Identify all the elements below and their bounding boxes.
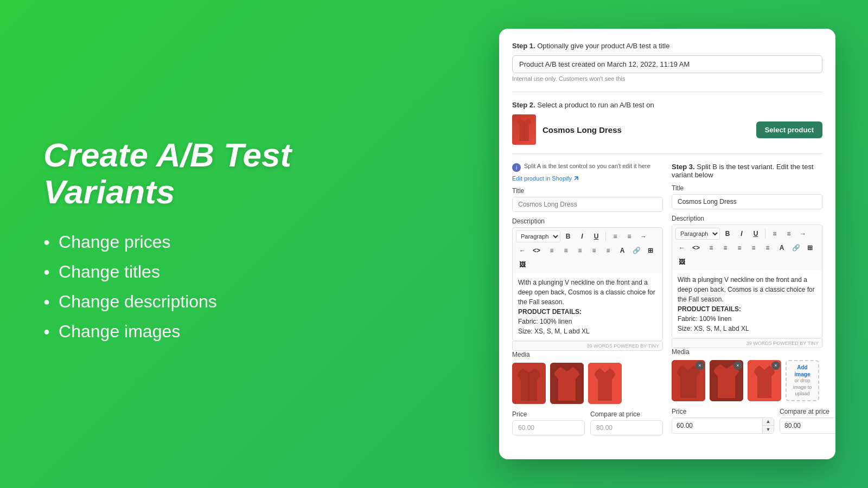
split-a-title-input[interactable]: [512, 197, 663, 212]
step1-section: Step 1. Optionally give your product A/B…: [512, 42, 822, 82]
split-b-align2[interactable]: ≡: [719, 241, 732, 254]
split-a-align4[interactable]: ≡: [588, 244, 601, 257]
split-b-align5[interactable]: ≡: [761, 241, 774, 254]
step2-section: Step 2. Select a product to run an A/B t…: [512, 101, 822, 145]
split-b-editor: With a plunging V neckline on the front …: [672, 271, 822, 338]
split-b-outdent-btn[interactable]: ←: [675, 241, 688, 254]
split-a-bold-btn[interactable]: B: [561, 230, 575, 243]
split-a-underline-btn[interactable]: U: [590, 230, 603, 243]
split-b-align1[interactable]: ≡: [705, 241, 718, 254]
split-a-align2[interactable]: ≡: [559, 244, 572, 257]
remove-badge-3[interactable]: ×: [771, 361, 780, 370]
split-a-price-input[interactable]: [512, 420, 585, 435]
split-a-compare-group: Compare at price: [590, 410, 663, 441]
bullet-item-4: Change images: [43, 322, 304, 342]
split-b-panel: Step 3. Split B is the test variant. Edi…: [672, 163, 822, 446]
split-b-code-btn[interactable]: <>: [690, 241, 703, 254]
split-b-price-input[interactable]: [672, 419, 762, 433]
split-a-link-btn[interactable]: 🔗: [630, 244, 643, 257]
split-b-media-2: ×: [710, 360, 743, 401]
split-b-desc-label: Description: [672, 215, 822, 222]
split-b-ul-btn[interactable]: ≡: [768, 227, 781, 240]
select-product-button[interactable]: Select product: [756, 121, 822, 138]
split-b-underline-btn[interactable]: U: [749, 227, 762, 240]
split-b-align3[interactable]: ≡: [733, 241, 746, 254]
split-b-price-label: Price: [672, 408, 774, 415]
split-b-title-label: Title: [672, 184, 822, 192]
split-a-paragraph-select[interactable]: Paragraph: [516, 230, 560, 242]
remove-badge-2[interactable]: ×: [733, 361, 742, 370]
split-b-compare-wrap: ▲ ▼: [780, 418, 835, 434]
remove-badge-1[interactable]: ×: [695, 361, 704, 370]
split-a-align5[interactable]: ≡: [602, 244, 615, 257]
split-b-compare-group: Compare at price ▲ ▼: [780, 408, 835, 434]
split-b-ol-btn[interactable]: ≡: [782, 227, 795, 240]
split-a-media-2: [550, 363, 584, 404]
split-b-price-group: Price ▲ ▼: [672, 408, 774, 434]
split-b-editor-footer: 39 WORDS POWERED BY TINY: [672, 338, 822, 348]
toolbar-sep-1: [605, 232, 606, 241]
split-a-price-group: Price: [512, 410, 585, 441]
split-b-price-stepper: ▲ ▼: [762, 418, 774, 433]
split-a-price-label: Price: [512, 410, 585, 418]
split-a-ul-btn[interactable]: ≡: [609, 230, 622, 243]
add-image-box[interactable]: Add image or drop image to upload: [786, 360, 819, 401]
product-row: Cosmos Long Dress Select product: [512, 114, 822, 145]
split-b-media-label: Media: [672, 348, 822, 356]
split-a-code-btn[interactable]: <>: [530, 244, 543, 257]
step1-hint: Internal use only. Customers won't see t…: [512, 75, 822, 82]
split-a-editor-footer: 39 WORDS POWERED BY TINY: [512, 341, 663, 351]
info-icon: i: [512, 163, 521, 172]
price-down-btn[interactable]: ▼: [763, 426, 774, 433]
split-a-compare-input[interactable]: [590, 420, 663, 435]
split-a-media-1: [512, 363, 546, 404]
split-b-media-grid: × × ×: [672, 360, 822, 401]
modal-body: Step 1. Optionally give your product A/B…: [499, 29, 835, 459]
split-b-link-btn[interactable]: 🔗: [789, 241, 802, 254]
split-b-paragraph-select[interactable]: Paragraph: [675, 228, 720, 240]
test-title-input[interactable]: [512, 55, 822, 73]
split-b-toolbar: Paragraph B I U ≡ ≡ → ← <> ≡ ≡ ≡ ≡ ≡: [672, 224, 822, 271]
product-info: Cosmos Long Dress: [512, 114, 622, 145]
split-a-table-btn[interactable]: ⊞: [644, 244, 657, 257]
split-a-image-btn[interactable]: 🖼: [516, 258, 529, 271]
split-b-price-row: Price ▲ ▼ Compare at price: [672, 408, 822, 434]
split-b-indent-btn[interactable]: →: [796, 227, 809, 240]
bullet-list: Change prices Change titles Change descr…: [43, 232, 304, 342]
price-up-btn[interactable]: ▲: [763, 418, 774, 426]
split-b-price-wrap: ▲ ▼: [672, 418, 774, 434]
split-a-media-grid: [512, 363, 663, 404]
split-a-outdent-btn[interactable]: ←: [516, 244, 529, 257]
split-b-table-btn[interactable]: ⊞: [803, 241, 816, 254]
split-a-info-text: Split A is the test control so you can't…: [524, 163, 650, 169]
split-a-toolbar: Paragraph B I U ≡ ≡ → ← <> ≡ ≡ ≡ ≡ ≡: [512, 227, 663, 273]
bullet-item-1: Change prices: [43, 232, 304, 252]
split-b-color-btn[interactable]: A: [775, 241, 788, 254]
heading: Create A/B Test Variants: [43, 137, 304, 210]
split-a-title-label: Title: [512, 187, 663, 195]
split-a-ol-btn[interactable]: ≡: [623, 230, 636, 243]
split-b-italic-btn[interactable]: I: [735, 227, 748, 240]
split-a-align3[interactable]: ≡: [573, 244, 586, 257]
product-name: Cosmos Long Dress: [542, 125, 622, 134]
split-b-align4[interactable]: ≡: [747, 241, 760, 254]
split-a-info: i Split A is the test control so you can…: [512, 163, 663, 172]
step2-label: Step 2. Select a product to run an A/B t…: [512, 101, 822, 109]
split-a-panel: i Split A is the test control so you can…: [512, 163, 663, 446]
split-b-compare-input[interactable]: [780, 419, 835, 433]
split-a-price-row: Price Compare at price: [512, 410, 663, 441]
step1-label: Step 1. Optionally give your product A/B…: [512, 42, 822, 50]
split-a-compare-label: Compare at price: [590, 410, 663, 418]
split-panels: i Split A is the test control so you can…: [512, 163, 822, 459]
split-a-media-label: Media: [512, 351, 663, 358]
bullet-item-3: Change descriptions: [43, 292, 304, 312]
split-a-indent-btn[interactable]: →: [637, 230, 650, 243]
edit-shopify-link[interactable]: Edit product in Shopify: [512, 175, 663, 182]
split-a-align1[interactable]: ≡: [545, 244, 558, 257]
split-a-color-btn[interactable]: A: [616, 244, 629, 257]
split-a-italic-btn[interactable]: I: [576, 230, 589, 243]
split-b-image-btn[interactable]: 🖼: [675, 255, 688, 268]
split-b-title-input[interactable]: [672, 194, 822, 209]
split-b-bold-btn[interactable]: B: [721, 227, 734, 240]
left-panel: Create A/B Test Variants Change prices C…: [0, 104, 336, 384]
